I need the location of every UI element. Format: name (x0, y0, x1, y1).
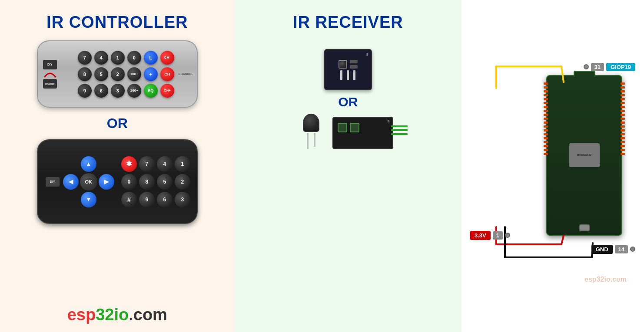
watermark: esp32io.com (584, 276, 627, 283)
pin-r5 (621, 98, 625, 100)
logo-box-bottom: HX1838 (43, 79, 57, 89)
r2-hash: # (121, 192, 137, 207)
btn-1: 1 (111, 51, 125, 65)
dpad-top: ▲ (81, 156, 96, 172)
remote1-arc (43, 70, 56, 78)
remote1-side-buttons: CHANNEL (179, 72, 193, 76)
remote1-row2: 8 5 2 100+ + CH (78, 67, 174, 81)
ir-led-head (303, 114, 319, 132)
pin-r6 (621, 102, 625, 104)
pin-r8 (621, 110, 625, 112)
pin2 (347, 70, 349, 80)
remote1-logo: DIY HX1838 (43, 60, 57, 89)
sensor2-wires (391, 125, 408, 135)
dpad-ok: OK (80, 173, 97, 191)
pin-r2 (621, 86, 625, 89)
btn-7: 7 (78, 51, 92, 65)
pin-r17 (621, 145, 625, 147)
pin-l1 (544, 82, 548, 85)
btn-4: 4 (94, 51, 108, 65)
pin-r11 (621, 122, 625, 124)
led-leg2 (314, 133, 315, 147)
pin-r12 (621, 125, 625, 128)
pin-l19 (544, 153, 548, 155)
pin-l2 (544, 86, 548, 89)
sensor1-label: S (366, 53, 368, 56)
pin-l5 (544, 98, 548, 100)
pin-r19 (621, 153, 625, 155)
btn-8: 8 (78, 67, 92, 81)
pin1-num: 1 (493, 231, 503, 240)
ir-controller-title: IR CONTROLLER (46, 13, 188, 32)
btn-6: 6 (94, 84, 108, 98)
com-text: .com (129, 306, 167, 324)
sensor2-label: S (387, 119, 389, 123)
sensor1-components (339, 60, 358, 69)
btn-100: 100+ (127, 67, 141, 81)
dpad-down: ▼ (81, 192, 96, 207)
gnd-label-group: GND 14 (591, 245, 635, 254)
pin-l11 (544, 122, 548, 124)
esp32-pins-right (621, 82, 625, 155)
pin31-num: 31 (591, 63, 604, 71)
ir-controller-panel: IR CONTROLLER DIY HX1838 7 4 1 0 L CH- 8… (0, 0, 235, 332)
remote2-logo-box: DIY (46, 177, 60, 187)
ir-led-legs (307, 133, 315, 149)
pin-r7 (621, 106, 625, 108)
pin-r18 (621, 149, 625, 151)
remote2-numpad: ✱ 7 4 1 0 8 5 2 # 9 6 3 (121, 156, 190, 207)
wire-green3 (391, 133, 408, 135)
sensor2-pcb: S (332, 117, 393, 149)
chip2 (350, 65, 358, 69)
pin14-num: 14 (615, 245, 628, 253)
pin-l8 (544, 110, 548, 112)
r2-6: 6 (157, 192, 173, 207)
pin-l10 (544, 118, 548, 120)
pin1-circle (505, 233, 510, 238)
pin-r15 (621, 137, 625, 139)
sensor1-chips (350, 60, 358, 69)
sensor2-sq2 (350, 123, 359, 132)
pin14-circle (630, 247, 635, 252)
btn-200: 200+ (127, 84, 141, 98)
ir-receiver-panel: IR RECEIVER S OR (235, 0, 461, 332)
pin31-circle (584, 64, 589, 69)
btn-0: 0 (127, 51, 141, 65)
pin-l6 (544, 102, 548, 104)
led-leg1 (307, 133, 309, 149)
ir-receiver-title: IR RECEIVER (293, 13, 403, 32)
esp32-board: WROOM-32 (546, 75, 622, 236)
pin-r16 (621, 141, 625, 143)
pin-r14 (621, 133, 625, 135)
r2-1: 1 (175, 156, 190, 172)
chip1 (350, 60, 358, 63)
dpad-left: ◀ (63, 174, 79, 190)
sensor2-sq1 (338, 123, 347, 132)
r2-0: 0 (121, 174, 137, 190)
dpad-bottom: ▼ (81, 192, 96, 207)
esp32-pins-left (544, 82, 548, 155)
r2-9: 9 (139, 192, 155, 207)
btn-3: 3 (111, 84, 125, 98)
btn-ch: CH (160, 67, 174, 81)
pin-l4 (544, 94, 548, 96)
r2-8: 8 (139, 174, 155, 190)
pin-r9 (621, 114, 625, 116)
btn-L: L (144, 51, 158, 65)
pin-r10 (621, 118, 625, 120)
btn-9: 9 (78, 84, 92, 98)
sensor1-pins (340, 70, 355, 80)
pin3 (353, 70, 355, 80)
pin-l13 (544, 129, 548, 131)
r2-4: 4 (157, 156, 173, 172)
r2-3: 3 (175, 192, 190, 207)
vcc-label-group: 3.3V 1 (470, 231, 510, 240)
pin-l3 (544, 90, 548, 92)
sensor1-eye (339, 60, 347, 69)
wire-green1 (391, 125, 408, 127)
r2-2: 2 (175, 174, 190, 190)
remote-silver: DIY HX1838 7 4 1 0 L CH- 8 5 2 100+ + (37, 40, 198, 108)
pin1 (340, 70, 342, 80)
dpad-middle: ◀ OK ▶ (63, 173, 114, 191)
dpad-up: ▲ (81, 156, 96, 172)
